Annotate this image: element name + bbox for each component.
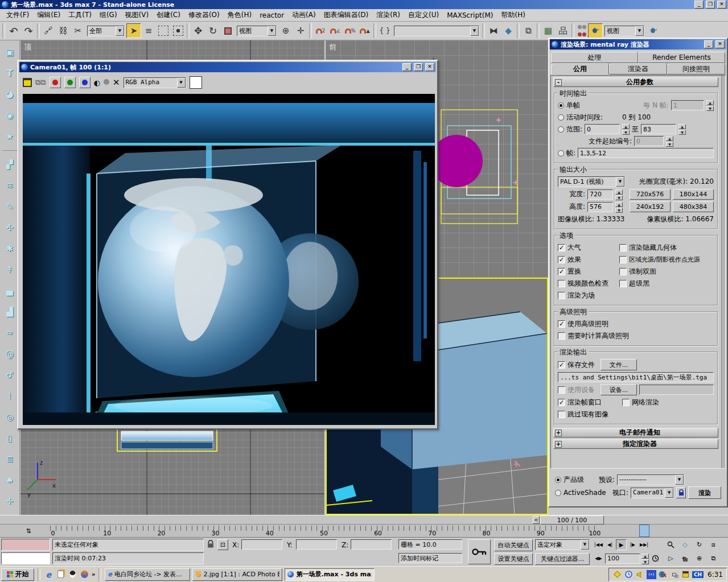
snap-toggle-3d-icon[interactable]: 2 [313, 23, 328, 38]
video-color-check-checkbox[interactable] [558, 280, 565, 287]
menu-edit[interactable]: 编辑(E) [33, 9, 64, 21]
quicklaunch-overflow-icon[interactable]: » [92, 571, 95, 577]
green-channel-icon[interactable] [64, 77, 76, 88]
close-icon[interactable]: ✕ [425, 63, 434, 71]
input-language-badge[interactable]: CH [692, 571, 704, 578]
checker-cube-icon[interactable]: ▞ [2, 157, 18, 172]
save-file-checkbox[interactable] [558, 361, 565, 369]
every-n-field[interactable]: 1 [671, 100, 704, 110]
layer-manager-icon[interactable]: ⧉ [521, 23, 536, 38]
buildings-icon[interactable]: ▟ [2, 304, 18, 319]
rollout-email-notifications[interactable]: + 电子邮件通知 [553, 428, 718, 437]
align-icon[interactable]: ◆ [501, 23, 516, 38]
expand-icon[interactable]: + [555, 441, 562, 448]
use-advanced-lighting-checkbox[interactable] [558, 320, 565, 328]
task-button-forum[interactable]: e 电白同乡论坛 -> 发表... [105, 568, 190, 581]
zoom-region-icon[interactable]: ⧈ [708, 539, 719, 550]
track-bar[interactable]: ⇅ 0102030405060708090100 [0, 525, 728, 538]
active-time-radio[interactable] [558, 114, 564, 121]
menu-create[interactable]: 创建(C) [153, 9, 184, 21]
previous-frame-icon[interactable]: ◀| [604, 539, 615, 550]
select-and-rotate-icon[interactable]: ↻ [205, 23, 220, 38]
named-selection-sets-icon[interactable]: { } [377, 23, 392, 38]
minimize-icon[interactable]: _ [402, 63, 412, 71]
maxscript-mini-listener-white[interactable] [1, 552, 50, 564]
effects-checkbox[interactable] [558, 256, 565, 263]
wrench-icon[interactable]: ✛ [2, 494, 18, 509]
render-scene-dialog-icon[interactable] [588, 23, 603, 38]
resolution-180x144-button[interactable]: 180x144 [673, 189, 714, 200]
displacement-checkbox[interactable] [558, 268, 565, 275]
stairs-icon[interactable]: ≣ [2, 452, 18, 467]
time-slider-track[interactable]: < 100 / 100 [0, 515, 728, 525]
start-button[interactable]: 开始 [1, 568, 34, 581]
resolution-240x192-button[interactable]: 240x192 [630, 201, 671, 212]
select-and-move-icon[interactable]: ✥ [191, 23, 205, 38]
media-player-quicklaunch-icon[interactable] [80, 570, 89, 579]
pan-hand-icon[interactable] [679, 553, 691, 564]
previous-frame-arrow[interactable]: < [533, 516, 540, 524]
frame-spinner[interactable]: ▲▼ [641, 554, 649, 564]
render-to-fields-checkbox[interactable] [558, 292, 565, 299]
range-radio[interactable] [558, 126, 564, 133]
select-and-scale-icon[interactable] [220, 23, 235, 38]
menu-reactor[interactable]: reactor [256, 10, 288, 20]
tab-processing[interactable]: 处理 [551, 52, 638, 63]
compute-advanced-lighting-checkbox[interactable] [558, 332, 565, 340]
key-filters-button[interactable]: 关键点过滤器... [535, 553, 590, 565]
output-preset-dropdown[interactable]: PAL D-1 (视频)▼ [558, 176, 625, 187]
menu-views[interactable]: 视图(V) [121, 9, 153, 21]
reference-coordinate-dropdown[interactable]: 视图▼ [237, 26, 277, 36]
frame-ruler[interactable]: 0102030405060708090100 [50, 525, 598, 538]
net-render-checkbox[interactable] [622, 399, 630, 406]
zoom-icon[interactable] [665, 539, 677, 550]
cubes-icon[interactable]: ▣ [2, 45, 18, 60]
minimize-icon[interactable]: _ [704, 40, 713, 48]
range-to-spinner[interactable]: ▲▼ [678, 124, 686, 134]
window-crossing-icon[interactable] [173, 26, 183, 36]
schematic-view-icon[interactable]: 品 [556, 23, 570, 38]
frames-radio[interactable] [558, 150, 564, 156]
use-device-checkbox[interactable] [558, 386, 565, 394]
dialog-scrollbar[interactable] [721, 76, 725, 468]
save-bitmap-icon[interactable] [23, 78, 32, 87]
resolution-480x384-button[interactable]: 480x384 [673, 201, 714, 212]
render-hidden-checkbox[interactable] [619, 244, 627, 251]
current-frame-marker[interactable] [639, 525, 649, 537]
area-lights-checkbox[interactable] [619, 256, 627, 263]
absolute-mode-toggle-icon[interactable]: ⊡ [217, 539, 228, 550]
viewport-lock-icon[interactable] [676, 487, 686, 498]
blue-channel-icon[interactable] [79, 77, 91, 88]
task-button-acdsee[interactable]: 2.jpg [1:1] : ACD Photo E... [192, 568, 282, 581]
menu-customize[interactable]: 自定义(U) [404, 9, 443, 21]
tab-common[interactable]: 公用 [551, 63, 609, 75]
width-spinner[interactable]: ▲▼ [615, 189, 623, 200]
close-icon[interactable]: ✕ [715, 40, 725, 48]
plant-icon[interactable]: ♠ [2, 473, 18, 488]
production-radio[interactable] [555, 477, 561, 483]
viewport-dropdown[interactable]: Camera01▼ [631, 488, 674, 498]
set-keys-key-icon[interactable] [468, 539, 491, 564]
maximize-viewport-toggle-icon[interactable]: ⧉ [708, 553, 719, 564]
undo-icon[interactable]: ↶ [6, 23, 21, 38]
play-icon[interactable]: ▶ [616, 539, 627, 550]
tray-diamond-icon[interactable] [612, 570, 622, 579]
select-and-link-icon[interactable]: 🔗︎ [41, 23, 56, 38]
rendered-frame-window-checkbox[interactable] [558, 399, 565, 406]
auto-key-button[interactable]: 自动关键点 [494, 539, 533, 551]
spiral-icon[interactable]: @ [2, 346, 18, 361]
redo-icon[interactable]: ↷ [21, 23, 36, 38]
file-number-field[interactable]: 0 [634, 136, 664, 146]
tray-messenger-icon[interactable] [681, 570, 690, 579]
close-icon[interactable]: ✕ [717, 1, 726, 9]
frames-field[interactable]: 1,3,5-12 [578, 148, 714, 158]
atmosphere-checkbox[interactable] [558, 244, 565, 251]
channel-display-dropdown[interactable]: RGB Alpha▼ [124, 77, 186, 88]
go-to-end-icon[interactable]: ▶▶| [639, 539, 649, 550]
z-coordinate-field[interactable] [351, 539, 392, 550]
menu-animation[interactable]: 动画(A) [288, 9, 320, 21]
time-configuration-icon[interactable] [650, 553, 661, 564]
every-n-spinner[interactable]: ▲▼ [706, 100, 714, 110]
select-by-name-icon[interactable]: ≡ [141, 23, 156, 38]
set-key-button[interactable]: 设置关键点 [494, 553, 533, 565]
